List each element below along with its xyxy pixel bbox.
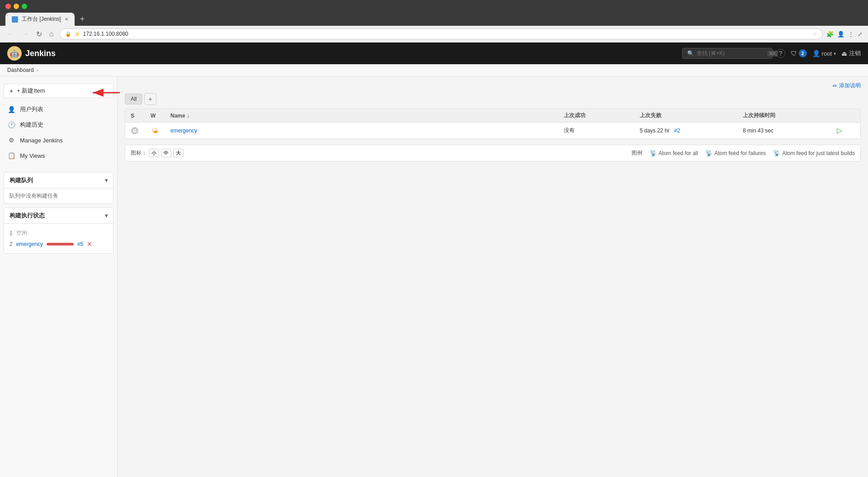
jenkins-title: Jenkins: [25, 49, 56, 58]
add-description-button[interactable]: ✏ 添加说明: [833, 82, 861, 90]
address-url: 172.16.1.100:8080: [83, 31, 810, 37]
build-queue-header[interactable]: 构建队列 ▾: [4, 173, 113, 189]
extensions-icon[interactable]: 🧩: [826, 31, 834, 38]
col-weather: W: [151, 113, 167, 119]
header-actions: 🛡 2 👤 root ▾ ⏏ 注销: [791, 49, 861, 57]
tab-close-button[interactable]: ✕: [65, 17, 68, 22]
sidebar-history-label: 构建历史: [20, 121, 43, 129]
search-icon: 🔍: [687, 50, 694, 57]
new-item-container: + + 新建Item: [0, 84, 117, 98]
cloud-icon: 🌤: [151, 127, 158, 134]
col-last-failure: 上次失败: [640, 112, 739, 119]
pending-icon: [131, 127, 138, 134]
icon-size-small[interactable]: 小: [149, 149, 159, 157]
logout-icon: ⏏: [841, 50, 847, 57]
build-queue-empty-label: 队列中没有构建任务: [9, 193, 58, 199]
security-section[interactable]: 🛡 2: [791, 49, 807, 57]
logout-section[interactable]: ⏏ 注销: [841, 49, 861, 57]
browser-dots: [5, 4, 27, 9]
job-link[interactable]: emergency: [170, 128, 197, 134]
table-row: 🌤 emergency 没有 5 days 22 hr #2 8 min 43 …: [125, 123, 860, 139]
executor-2-num: 2: [9, 241, 13, 247]
add-description-label: 添加说明: [839, 82, 861, 90]
build-executor-content: 1 空闲 2 emergency #5 ✕: [4, 224, 113, 253]
atom-feed-latest-link[interactable]: 📡 Atom feed for just latest builds: [773, 150, 855, 156]
browser-tab[interactable]: 工作台 [Jenkins] ✕: [5, 13, 75, 26]
content-toolbar: ✏ 添加说明: [125, 82, 861, 90]
breadcrumb-home[interactable]: Dashboard: [7, 67, 34, 73]
new-tab-button[interactable]: +: [76, 13, 89, 26]
help-icon[interactable]: ?: [776, 49, 785, 58]
profile-icon[interactable]: 👤: [837, 31, 844, 38]
maximize-dot[interactable]: [22, 4, 27, 9]
tab-all[interactable]: All: [125, 94, 142, 104]
row-weather-icon: 🌤: [151, 127, 159, 135]
forward-button[interactable]: →: [20, 29, 31, 39]
executor-1: 1 空闲: [9, 227, 108, 239]
refresh-button[interactable]: ↻: [34, 29, 44, 39]
atom-feed-failures-link[interactable]: 📡 Atom feed for failures: [705, 150, 766, 156]
icon-size-medium[interactable]: 中: [161, 149, 171, 157]
back-button[interactable]: ←: [5, 29, 16, 39]
build-queue-panel: 构建队列 ▾ 队列中没有构建任务: [4, 172, 113, 204]
minimize-dot[interactable]: [14, 4, 19, 9]
views-icon: 📋: [7, 151, 15, 160]
sidebar-item-users[interactable]: 👤 用户列表: [0, 102, 117, 117]
atom-feed-all-link[interactable]: 📡 Atom feed for all: [650, 150, 698, 156]
sidebar-item-my-views[interactable]: 📋 My Views: [0, 148, 117, 163]
plus-icon: +: [9, 87, 13, 94]
last-failure-text: 5 days 22 hr: [640, 128, 670, 134]
build-executor-header[interactable]: 构建执行状态 ▾: [4, 208, 113, 224]
tab-favicon: [12, 16, 18, 23]
new-item-button[interactable]: + + 新建Item: [4, 84, 113, 98]
browser-nav-bar: ← → ↻ ⌂ 🔒 ⚡ 172.16.1.100:8080 ☆ 🧩 👤 ⋮ ⤢: [0, 26, 868, 43]
menu-icon[interactable]: ⋮: [848, 31, 854, 38]
breadcrumb: Dashboard ›: [0, 64, 868, 76]
feed-latest-icon: 📡: [773, 150, 780, 156]
row-last-duration: 8 min 43 sec: [743, 128, 833, 134]
col-last-duration: 上次持续时间: [743, 112, 833, 119]
tab-add-button[interactable]: +: [144, 93, 156, 105]
row-build-action[interactable]: ▷: [837, 126, 855, 135]
jenkins-search: 🔍 ⌘K ?: [682, 48, 785, 59]
build-executor-title: 构建执行状态: [9, 212, 45, 220]
expand-icon[interactable]: ⤢: [858, 31, 863, 38]
row-job-name: emergency: [170, 128, 560, 134]
build-queue-content: 队列中没有构建任务: [4, 189, 113, 203]
footer-bar: 图标： 小 中 大 图例 📡 Atom feed for all 📡 Atom …: [125, 145, 861, 161]
col-status: S: [131, 113, 147, 119]
executor-2: 2 emergency #5 ✕: [9, 239, 108, 250]
executor-2-job-link[interactable]: emergency: [16, 241, 43, 247]
home-button[interactable]: ⌂: [47, 29, 56, 39]
star-icon[interactable]: ☆: [812, 31, 817, 37]
browser-title-bar: [0, 0, 868, 13]
user-menu[interactable]: 👤 root ▾: [812, 50, 836, 57]
sidebar-item-manage-jenkins[interactable]: ⚙ Manage Jenkins: [0, 132, 117, 148]
shield-icon: 🛡: [791, 50, 797, 57]
feed-all-icon: 📡: [650, 150, 657, 156]
browser-tab-bar: 工作台 [Jenkins] ✕ +: [0, 13, 868, 26]
new-item-label: + 新建Item: [17, 87, 45, 95]
browser-chrome: 工作台 [Jenkins] ✕ + ← → ↻ ⌂ 🔒 ⚡ 172.16.1.1…: [0, 0, 868, 43]
executor-2-cancel-icon[interactable]: ✕: [87, 241, 92, 248]
history-icon: 🕐: [7, 121, 15, 129]
sidebar-item-build-history[interactable]: 🕐 构建历史: [0, 117, 117, 132]
icon-size-large[interactable]: 大: [173, 149, 184, 157]
address-bar[interactable]: 🔒 ⚡ 172.16.1.100:8080 ☆: [59, 28, 823, 39]
browser-nav-icons: 🧩 👤 ⋮ ⤢: [826, 31, 863, 38]
search-box[interactable]: 🔍 ⌘K: [682, 48, 773, 59]
tabs-bar: All +: [125, 93, 861, 105]
jenkins-logo: 🤖 Jenkins: [7, 46, 56, 61]
last-failure-link[interactable]: #2: [674, 128, 680, 134]
close-dot[interactable]: [5, 4, 11, 9]
col-last-success: 上次成功: [564, 112, 636, 119]
legend-link[interactable]: 图例: [632, 149, 642, 157]
build-executor-chevron-icon: ▾: [105, 213, 108, 219]
jobs-table: S W Name ↓ 上次成功 上次失败 上次持续时间 🌤 emerge: [125, 109, 861, 139]
search-input[interactable]: [697, 50, 764, 57]
executor-2-build-link[interactable]: #5: [77, 241, 83, 247]
address-icon: ⚡: [74, 31, 80, 37]
sidebar-users-label: 用户列表: [20, 105, 43, 113]
row-last-success: 没有: [564, 127, 636, 134]
users-icon: 👤: [7, 105, 15, 113]
